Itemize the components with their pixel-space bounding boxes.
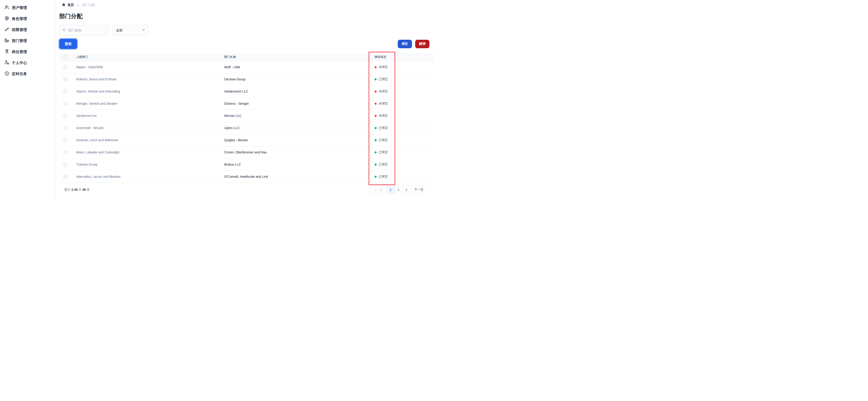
sidebar-item-roles[interactable]: 角色管理 bbox=[0, 13, 56, 24]
row-checkbox[interactable] bbox=[63, 163, 67, 167]
table-row[interactable]: Greenholt - Wisozk Upton LLC 已绑定 bbox=[59, 122, 434, 134]
role-shield-icon bbox=[4, 16, 9, 22]
sidebar-item-profile[interactable]: 个人中心 bbox=[0, 57, 56, 68]
search-button[interactable]: 搜索 bbox=[59, 39, 77, 49]
status-dot bbox=[375, 151, 377, 153]
page-title: 部门分配 bbox=[59, 12, 434, 20]
home-icon[interactable] bbox=[62, 3, 66, 7]
position-icon bbox=[4, 49, 9, 55]
cell-name: Cronin, Oberbrunner and Rau bbox=[224, 150, 375, 154]
cell-status: 已绑定 bbox=[375, 175, 434, 179]
cell-status: 已绑定 bbox=[375, 126, 434, 130]
key-icon bbox=[4, 27, 9, 33]
unbind-button[interactable]: 解绑 bbox=[415, 40, 429, 48]
sidebar-item-label: 个人中心 bbox=[12, 61, 27, 65]
row-checkbox[interactable] bbox=[63, 150, 67, 154]
department-search-box bbox=[59, 25, 108, 36]
cell-status: 已绑定 bbox=[375, 138, 434, 142]
main-content: 首页 部门分配 部门分配 全部 搜索 绑定 解绑 上级部门 部门名称 绑定状态 … bbox=[56, 0, 434, 200]
table-row[interactable]: Stroman, Koch and Wilkinson Quigley - Be… bbox=[59, 134, 434, 146]
status-dot bbox=[375, 103, 377, 105]
pagination-page-1[interactable]: 1 bbox=[387, 186, 395, 193]
sidebar-item-users[interactable]: 用户管理 bbox=[0, 2, 56, 13]
table-row[interactable]: Roberts, Bosco and Erdman Deckow Group 已… bbox=[59, 73, 434, 85]
status-dot bbox=[375, 78, 377, 80]
status-label: 已绑定 bbox=[379, 162, 388, 167]
row-checkbox[interactable] bbox=[63, 77, 67, 81]
table-row[interactable]: Vandervort Inc Renner LLC 未绑定 bbox=[59, 110, 434, 122]
cell-parent: Abernathy, Larson and Beahan bbox=[76, 175, 224, 178]
cell-parent: Roberts, Bosco and Erdman bbox=[76, 77, 224, 81]
table-row[interactable]: Abernathy, Larson and Beahan O'Connell, … bbox=[59, 171, 434, 183]
sidebar-item-label: 岗位管理 bbox=[12, 50, 27, 54]
cell-name: Quigley - Becker bbox=[224, 138, 375, 142]
chevron-down-icon bbox=[142, 28, 145, 32]
sidebar-item-positions[interactable]: 岗位管理 bbox=[0, 47, 56, 57]
row-checkbox[interactable] bbox=[63, 102, 67, 106]
cell-name: Deckow Group bbox=[224, 77, 375, 81]
table-row[interactable]: Reinger, Streich and Steuber Dickens - S… bbox=[59, 97, 434, 110]
row-checkbox[interactable] bbox=[63, 138, 67, 142]
table-row[interactable]: Moen, Labadie and Cartwright Cronin, Obe… bbox=[59, 146, 434, 159]
status-filter-select[interactable]: 全部 bbox=[113, 25, 149, 36]
cell-status: 已绑定 bbox=[375, 150, 434, 154]
pagination-page-3[interactable]: 3 bbox=[402, 186, 410, 193]
breadcrumb-current: 部门分配 bbox=[82, 3, 95, 7]
bind-button[interactable]: 绑定 bbox=[398, 40, 412, 48]
sidebar-item-label: 用户管理 bbox=[12, 5, 27, 10]
pagination-page-2[interactable]: 2 bbox=[395, 186, 402, 193]
sidebar-item-permissions[interactable]: 权限管理 bbox=[0, 24, 56, 35]
search-input[interactable] bbox=[68, 28, 102, 32]
cell-parent: Rippin - Satterfield bbox=[76, 65, 224, 69]
table-row[interactable]: Stamm, Ritchie and Ankunding Heidenreich… bbox=[59, 85, 434, 97]
sidebar-item-label: 部门管理 bbox=[12, 38, 27, 44]
cell-status: 已绑定 bbox=[375, 162, 434, 167]
column-header-parent: 上级部门 bbox=[76, 55, 224, 59]
pagination-prev[interactable]: 上一页 bbox=[370, 186, 387, 193]
cell-status: 未绑定 bbox=[375, 102, 434, 106]
cell-name: O'Connell, Heathcote and Lind bbox=[224, 175, 375, 178]
row-checkbox[interactable] bbox=[63, 114, 67, 118]
status-dot bbox=[375, 66, 377, 68]
sidebar-item-scheduled-tasks[interactable]: 定时任务 bbox=[0, 68, 56, 80]
summary-range: 1-10 bbox=[71, 188, 78, 191]
cell-name: Dickens - Senger bbox=[224, 102, 375, 106]
action-row: 搜索 绑定 解绑 bbox=[59, 39, 434, 49]
pagination-next[interactable]: 下一页 bbox=[410, 186, 428, 193]
cell-name: Brakus LLC bbox=[224, 163, 375, 166]
sidebar-item-departments[interactable]: 部门管理 bbox=[0, 35, 56, 47]
row-checkbox[interactable] bbox=[63, 175, 67, 179]
table-row[interactable]: Trantow Group Brakus LLC 已绑定 bbox=[59, 159, 434, 171]
breadcrumb-home[interactable]: 首页 bbox=[67, 3, 74, 7]
sidebar-item-label: 定时任务 bbox=[12, 71, 27, 77]
status-label: 已绑定 bbox=[379, 150, 388, 154]
footer-row: 显示 1-10 共 30 条 上一页 1 2 3 下一页 bbox=[59, 186, 434, 194]
sidebar-item-label: 角色管理 bbox=[12, 17, 27, 21]
cell-status: 已绑定 bbox=[375, 77, 434, 81]
user-settings-icon bbox=[4, 60, 9, 66]
row-checkbox[interactable] bbox=[63, 126, 67, 130]
cell-name: Upton LLC bbox=[224, 126, 375, 130]
filter-row: 全部 bbox=[59, 25, 434, 36]
status-label: 未绑定 bbox=[379, 65, 388, 69]
table-row[interactable]: Rippin - Satterfield Wolf - Little 未绑定 bbox=[59, 61, 434, 73]
cell-status: 未绑定 bbox=[375, 114, 434, 118]
status-dot bbox=[375, 90, 377, 92]
breadcrumb: 首页 部门分配 bbox=[62, 3, 434, 7]
status-label: 未绑定 bbox=[379, 89, 388, 93]
users-icon bbox=[4, 5, 9, 11]
cell-name: Renner LLC bbox=[224, 114, 375, 118]
cell-status: 未绑定 bbox=[375, 89, 434, 93]
row-checkbox[interactable] bbox=[63, 65, 67, 69]
chevron-right-icon bbox=[76, 4, 80, 6]
select-all-checkbox[interactable] bbox=[63, 55, 67, 59]
clock-icon bbox=[4, 71, 9, 77]
sidebar-item-label: 权限管理 bbox=[12, 28, 27, 32]
cell-parent: Trantow Group bbox=[76, 163, 224, 166]
table-header-row: 上级部门 部门名称 绑定状态 bbox=[59, 53, 434, 61]
row-checkbox[interactable] bbox=[63, 90, 67, 93]
status-label: 已绑定 bbox=[379, 175, 388, 179]
cell-parent: Greenholt - Wisozk bbox=[76, 126, 224, 130]
status-label: 已绑定 bbox=[379, 126, 388, 130]
status-dot bbox=[375, 139, 377, 141]
